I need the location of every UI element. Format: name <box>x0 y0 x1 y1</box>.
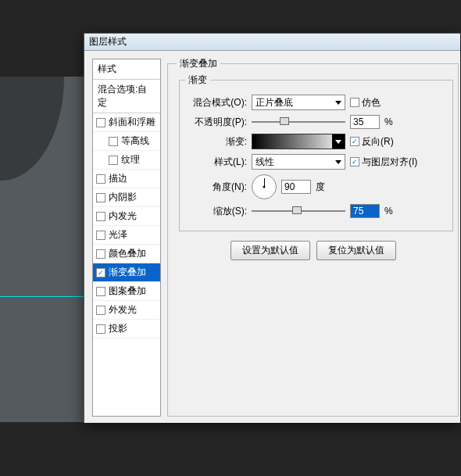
style-label: 样式(L): <box>186 156 247 169</box>
style-item-label: 纹理 <box>121 153 140 166</box>
scale-slider[interactable] <box>252 204 345 218</box>
dither-checkbox[interactable] <box>350 98 359 107</box>
blend-mode-label: 混合模式(O): <box>186 96 247 109</box>
reset-default-button[interactable]: 复位为默认值 <box>316 241 396 260</box>
group-title: 渐变叠加 <box>177 57 220 70</box>
style-checkbox[interactable] <box>96 174 105 184</box>
style-checkbox[interactable] <box>109 137 118 146</box>
style-checkbox[interactable] <box>96 231 105 240</box>
style-item-0[interactable]: 斜面和浮雕 <box>93 113 160 132</box>
opacity-input[interactable]: 35 <box>350 115 380 129</box>
style-item-9[interactable]: 图案叠加 <box>93 282 160 301</box>
scale-input[interactable]: 75 <box>350 204 380 218</box>
style-item-label: 光泽 <box>109 228 127 242</box>
style-item-11[interactable]: 投影 <box>93 320 160 338</box>
reverse-checkbox[interactable] <box>350 137 359 146</box>
blend-mode-select[interactable]: 正片叠底 <box>252 95 345 110</box>
angle-input[interactable]: 90 <box>281 180 311 194</box>
style-item-7[interactable]: 颜色叠加 <box>93 245 160 263</box>
style-item-5[interactable]: 内发光 <box>93 207 160 226</box>
angle-label: 角度(N): <box>186 181 247 194</box>
style-checkbox[interactable] <box>96 193 105 202</box>
styles-list: 样式 混合选项:自定 斜面和浮雕等高线纹理描边内阴影内发光光泽颜色叠加渐变叠加图… <box>92 59 161 417</box>
style-item-label: 投影 <box>109 322 127 335</box>
style-item-label: 颜色叠加 <box>109 247 146 260</box>
dialog-title: 图层样式 <box>89 35 127 48</box>
chevron-down-icon <box>335 160 341 164</box>
style-checkbox[interactable] <box>96 324 105 334</box>
style-item-label: 斜面和浮雕 <box>109 116 155 129</box>
opacity-label: 不透明度(P): <box>186 116 247 129</box>
style-item-label: 内阴影 <box>109 191 137 204</box>
angle-dial[interactable] <box>252 174 277 199</box>
style-item-4[interactable]: 内阴影 <box>93 188 160 207</box>
gradient-picker[interactable] <box>252 134 345 149</box>
style-item-10[interactable]: 外发光 <box>93 301 160 320</box>
dither-label: 仿色 <box>362 96 381 109</box>
style-item-2[interactable]: 纹理 <box>93 151 160 170</box>
style-checkbox[interactable] <box>96 268 105 277</box>
style-checkbox[interactable] <box>96 306 105 315</box>
style-item-1[interactable]: 等高线 <box>93 132 160 151</box>
blend-options[interactable]: 混合选项:自定 <box>93 80 160 113</box>
reverse-label: 反向(R) <box>362 135 394 149</box>
align-label: 与图层对齐(I) <box>362 156 417 169</box>
style-checkbox[interactable] <box>96 118 105 127</box>
style-item-label: 渐变叠加 <box>109 266 146 279</box>
scale-label: 缩放(S): <box>186 205 247 218</box>
opacity-slider[interactable] <box>252 115 345 129</box>
set-default-button[interactable]: 设置为默认值 <box>230 241 310 260</box>
style-item-3[interactable]: 描边 <box>93 170 160 188</box>
titlebar[interactable]: 图层样式 <box>84 34 460 51</box>
style-select[interactable]: 线性 <box>252 154 345 170</box>
style-item-8[interactable]: 渐变叠加 <box>93 263 160 282</box>
style-item-label: 描边 <box>109 172 127 185</box>
style-item-6[interactable]: 光泽 <box>93 226 160 245</box>
style-checkbox[interactable] <box>96 249 105 259</box>
styles-header[interactable]: 样式 <box>93 59 160 80</box>
chevron-down-icon <box>335 101 341 105</box>
sub-group-title: 渐变 <box>185 73 210 87</box>
style-item-label: 等高线 <box>121 134 149 148</box>
layer-style-dialog: 图层样式 样式 混合选项:自定 斜面和浮雕等高线纹理描边内阴影内发光光泽颜色叠加… <box>84 33 460 423</box>
gradient-label: 渐变: <box>186 135 247 149</box>
style-item-label: 外发光 <box>109 303 137 317</box>
align-checkbox[interactable] <box>350 157 359 166</box>
chevron-down-icon[interactable] <box>332 134 345 149</box>
style-checkbox[interactable] <box>96 212 105 221</box>
style-item-label: 内发光 <box>109 209 137 223</box>
style-item-label: 图案叠加 <box>109 285 146 298</box>
style-checkbox[interactable] <box>109 156 118 165</box>
style-checkbox[interactable] <box>96 287 105 296</box>
